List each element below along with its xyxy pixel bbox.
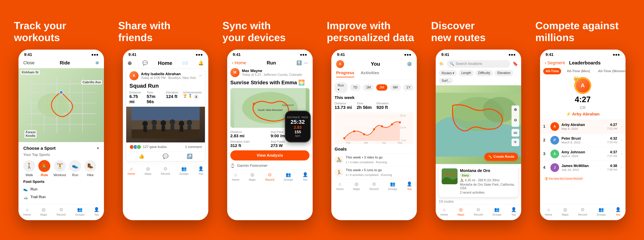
nav-groups-4[interactable]: 👥 Groups	[388, 181, 397, 191]
settings-icon-4[interactable]: ⚙️	[407, 61, 412, 67]
filter-elevation[interactable]: Elevation	[494, 70, 513, 76]
nav-record-5[interactable]: ⊙ Record	[474, 207, 483, 216]
more-icon-2[interactable]: ···	[199, 74, 202, 78]
record-icon-3: ⊙	[268, 172, 272, 177]
groups-label-1: Groups	[75, 213, 84, 216]
nav-you-2[interactable]: 👤 You	[198, 166, 204, 175]
nav-maps-1[interactable]: ◎ Maps	[40, 207, 47, 216]
filter-difficulty[interactable]: Difficulty	[476, 70, 493, 76]
bell-icon-2[interactable]: 🔔	[198, 60, 204, 66]
close-button-1[interactable]: Close	[23, 60, 34, 65]
arrow-icon-1[interactable]: ›	[621, 124, 622, 128]
nav-maps-5[interactable]: ◎ Maps	[457, 207, 464, 216]
nav-home-1[interactable]: ⌂ Home	[23, 207, 30, 216]
nav-groups-5[interactable]: 👥 Groups	[492, 207, 502, 216]
record-icon-6: ⊙	[581, 207, 584, 212]
tab-activities[interactable]: Activities	[360, 70, 379, 77]
battery-2: ●●●	[196, 52, 203, 57]
nav-home-2[interactable]: ⌂ Home	[128, 166, 135, 175]
tab-progress[interactable]: Progress	[336, 70, 354, 77]
upload-icon-3[interactable]: ⬆️	[296, 60, 302, 65]
create-route-button[interactable]: ✏️ Create Route	[484, 153, 518, 161]
filter-routes[interactable]: Routes ▾	[439, 70, 457, 76]
elev-label-3: Elevation Gain	[230, 140, 269, 143]
arrow-icon-3[interactable]: ›	[621, 152, 622, 156]
message-icon-2[interactable]: ✉️	[182, 60, 188, 66]
back-button-6[interactable]: ‹ Segment	[545, 60, 565, 65]
bookmark-icon-5[interactable]: 🔖	[512, 61, 518, 66]
sport-ride[interactable]: 🚴 Ride	[38, 160, 50, 177]
add-icon-2[interactable]: ⊕	[128, 60, 132, 66]
nav-you-5[interactable]: 👤 You	[511, 207, 516, 216]
filter-3m[interactable]: 3M	[376, 84, 388, 91]
nav-record-6[interactable]: ⊙ Record	[578, 207, 587, 216]
view-analysis-button[interactable]: View Analysis	[230, 150, 310, 160]
comment-action-icon[interactable]: 💬	[162, 153, 168, 159]
tab-alltime-women[interactable]: All-Time (Women)	[596, 68, 625, 74]
nav-you-6[interactable]: 👤 You	[616, 207, 621, 216]
nav-home-4[interactable]: ⌂ Home	[336, 181, 344, 191]
goal-2: 🏃 This week • 5 runs to go3 / 8 activiti…	[331, 166, 417, 179]
search-bar-5[interactable]: 🔍 Search locations	[447, 60, 510, 68]
sport-workout[interactable]: 🏋️ Workout	[54, 160, 66, 177]
nav-maps-3[interactable]: ◎ Maps	[249, 172, 256, 181]
back-button-3[interactable]: ‹ Home	[232, 60, 246, 65]
sport-hike[interactable]: 🥾 Hike	[84, 160, 96, 177]
nav-home-6[interactable]: ⌂ Home	[545, 207, 552, 216]
foot-sport-run[interactable]: 👟 Run	[23, 185, 99, 193]
top-sports-label: Your Top Sports	[23, 152, 99, 157]
run-foot-label: Run	[30, 187, 37, 191]
thumbs-up-icon[interactable]: 👍	[138, 153, 144, 159]
svg-point-21	[170, 120, 175, 125]
filter-run[interactable]: Run ▾	[334, 82, 348, 93]
nav-record-2[interactable]: ⊙ Record	[161, 166, 170, 175]
filter-surface[interactable]: Surf...	[439, 78, 453, 84]
filter-6m[interactable]: 6M	[390, 84, 401, 91]
nav-you-4[interactable]: 👤 You	[407, 181, 412, 191]
nav-maps-4[interactable]: ◎ Maps	[353, 181, 360, 191]
goal-text-2: This week • 5 runs to go3 / 8 activities…	[346, 168, 392, 177]
nav-you-1[interactable]: 👤 You	[94, 207, 99, 216]
svg-point-19	[160, 120, 166, 125]
distance-value-2: 6.75 mi	[130, 94, 142, 104]
arrow-icon-2[interactable]: ›	[621, 138, 622, 142]
filter-7d[interactable]: 7D	[350, 84, 360, 91]
foot-sport-trailrun[interactable]: 🏔️ Trail Run	[23, 193, 99, 201]
nav-record-4[interactable]: ⊙ Record	[370, 181, 378, 191]
svg-text:Applewood: Applewood	[282, 104, 294, 107]
more-icon-3[interactable]: ···	[304, 60, 308, 65]
arrow-icon-4[interactable]: ›	[621, 165, 622, 170]
close-sport-icon[interactable]: ✕	[96, 146, 99, 150]
nav-groups-6[interactable]: 👥 Groups	[597, 207, 606, 216]
nav-maps-6[interactable]: ◎ Maps	[562, 207, 568, 216]
nav-groups-3[interactable]: 👥 Groups	[284, 172, 293, 181]
watch-bpm: bpm	[295, 134, 300, 137]
nav-record-1[interactable]: ⊙ Record	[57, 207, 66, 216]
tab-alltime-men[interactable]: All-Time (Men)	[564, 68, 592, 74]
leader-times-1: 4:27 7:21 /mi	[607, 123, 617, 130]
watch-time: 25:32	[290, 119, 305, 125]
svg-text:⊖: ⊖	[514, 118, 517, 122]
tabs-6: All-Time All-Time (Men) All-Time (Women)…	[540, 68, 626, 74]
share-action-icon[interactable]: ↗️	[187, 153, 192, 159]
filter-1m[interactable]: 1M	[363, 84, 374, 91]
sport-walk[interactable]: 🚶 Walk	[23, 160, 35, 177]
filter-1y[interactable]: 1Y	[403, 84, 414, 91]
nav-record-3[interactable]: ⊙ Record	[265, 172, 274, 181]
nav-groups-2[interactable]: 👥 Groups	[180, 166, 189, 175]
run-icon: 👟	[69, 160, 81, 172]
tab-alltime[interactable]: All-Time	[543, 68, 561, 74]
feature-sync: Sync withyour devices 9:41 ●●● ‹ Home Ru…	[220, 20, 319, 220]
settings-icon-1[interactable]: ⚙️	[95, 61, 99, 65]
nav-groups-1[interactable]: 👥 Groups	[75, 207, 84, 216]
nav-home-3[interactable]: ⌂ Home	[232, 172, 239, 181]
filter-length[interactable]: Length	[458, 70, 474, 76]
comment-icon-2[interactable]: 💬	[142, 60, 148, 66]
phone-frame-sync: 9:41 ●●● ‹ Home Run ⬆️ ··· M Max Wayne T…	[227, 50, 313, 220]
nav-maps-2[interactable]: ◎ Maps	[144, 166, 151, 175]
nav-you-3[interactable]: 👤 You	[302, 172, 308, 181]
trophy-icon-1: 🏆	[183, 94, 187, 100]
home-label-1: Home	[23, 213, 30, 216]
sport-run[interactable]: 👟 Run	[69, 160, 81, 177]
nav-home-5[interactable]: ⌂ Home	[440, 207, 448, 216]
